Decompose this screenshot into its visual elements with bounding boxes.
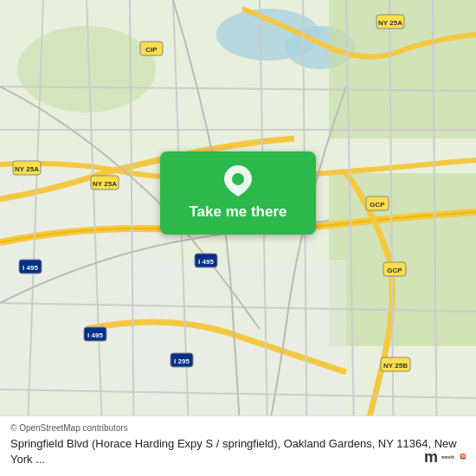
moovit-logo: m oovit M [424,445,466,469]
copyright-text: © OpenStreetMap contributors [10,423,466,433]
svg-text:I 295: I 295 [174,357,190,365]
moovit-text: m [424,448,438,466]
cta-label: Take me there [189,203,286,221]
svg-text:I 495: I 495 [198,258,214,266]
take-me-there-button[interactable]: Take me there [160,151,316,235]
map-container: NY 25A NY 25A NY 25A I 495 I 495 I 495 I… [0,0,476,476]
svg-text:NY 25B: NY 25B [383,362,408,370]
svg-text:oovit: oovit [441,453,454,460]
svg-text:NY 25A: NY 25A [378,19,402,27]
svg-text:I 495: I 495 [23,264,38,272]
location-pin-icon [224,165,252,196]
bottom-panel: © OpenStreetMap contributors Springfield… [0,415,476,476]
map-background: NY 25A NY 25A NY 25A I 495 I 495 I 495 I… [0,0,476,476]
svg-text:NY 25A: NY 25A [93,180,117,188]
svg-text:M: M [461,453,465,459]
address-text: Springfield Blvd (Horace Harding Expy S … [10,436,466,467]
svg-point-48 [232,173,244,185]
svg-point-5 [17,26,156,113]
svg-text:GCP: GCP [387,267,402,274]
svg-text:I 495: I 495 [87,331,103,339]
svg-text:GCP: GCP [370,201,385,209]
svg-text:NY 25A: NY 25A [15,165,39,173]
svg-text:CIP: CIP [145,46,158,54]
moovit-icon: oovit M [441,445,466,469]
